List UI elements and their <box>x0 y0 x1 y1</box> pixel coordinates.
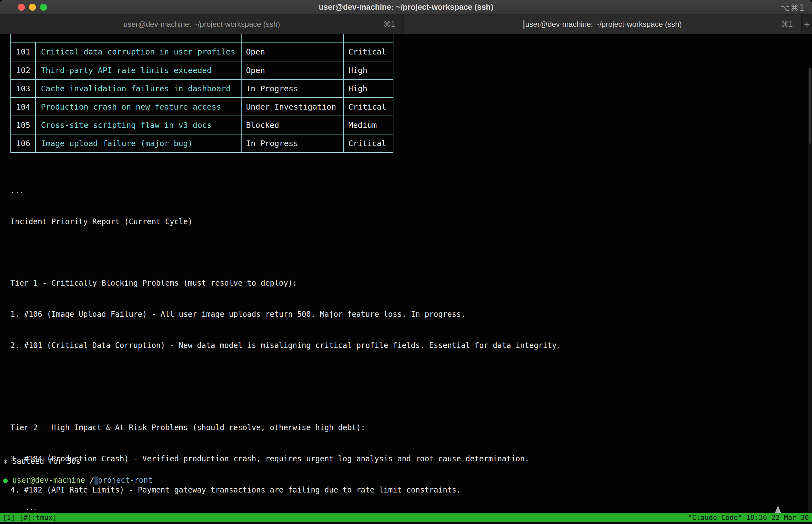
prompt-separator: / <box>85 476 94 485</box>
table-row: 106 Image upload failure (major bug) In … <box>11 134 393 152</box>
window-shortcut-hint: ⌥⌘1 <box>780 3 805 13</box>
shell-prompt: ● user@dev-machine /project-ront <box>3 475 152 486</box>
cell-id: 106 <box>11 134 35 152</box>
connection-dot-icon: ● <box>3 476 7 485</box>
report-line: 3. #104 (Production Crash) - Verified pr… <box>11 454 661 464</box>
tab-right-title: user@dev-machine: ~/project-workspace (s… <box>525 20 682 29</box>
cell-title: Image upload failure (major bug) <box>35 134 241 152</box>
window-title: user@dev-machine: ~/project-workspace (s… <box>0 2 812 12</box>
table-row: 104 Production crash on new feature acce… <box>11 97 393 116</box>
table-stub-line <box>35 34 35 42</box>
tab-left-badge: ⌘1 <box>383 20 395 28</box>
cell-title: Production crash on new feature access <box>35 98 241 116</box>
cell-status: In Progress <box>241 80 343 97</box>
log-ellipsis: ... <box>14 503 780 512</box>
report-line: Tier 1 - Critically Blocking Problems (m… <box>11 278 661 289</box>
report-line: 1. #106 (Image Upload Failure) - All use… <box>11 309 661 320</box>
cell-status: Open <box>241 43 343 61</box>
table-row: 102 Third-party API rate limits exceeded… <box>11 61 393 79</box>
cell-status: In Progress <box>241 134 343 152</box>
cell-title: Cross-site scripting flaw in v3 docs <box>35 116 241 134</box>
report-section-tier1: Tier 1 - Critically Blocking Problems (m… <box>11 257 661 372</box>
table-row: 103 Cache invalidation failures in dashb… <box>11 79 393 97</box>
table-row: 105 Cross-site scripting flaw in v3 docs… <box>11 116 393 134</box>
cell-id: 102 <box>11 61 35 79</box>
cell-priority: Critical <box>343 98 392 116</box>
report-line: Tier 2 - High Impact & At-Risk Problems … <box>11 423 661 433</box>
cell-priority: High <box>343 80 392 97</box>
terminal-window: user@dev-machine: ~/project-workspace (s… <box>0 0 812 524</box>
prompt-user: user@dev-machine <box>7 476 85 485</box>
title-bar: user@dev-machine: ~/project-workspace (s… <box>0 0 812 15</box>
tab-right-badge: ⌘1 <box>781 20 793 28</box>
cell-id: 103 <box>11 80 35 97</box>
incident-report: ... Incident Priority Report (Current Cy… <box>11 165 661 524</box>
cell-title: Critical data corruption in user profile… <box>35 43 241 61</box>
cell-priority: High <box>343 61 392 79</box>
cell-id: 104 <box>11 98 35 116</box>
cell-priority: Critical <box>343 134 392 152</box>
tmux-session-info: [1] [#):tmux] <box>0 513 57 522</box>
cell-title: Cache invalidation failures in dashboard <box>35 80 241 97</box>
table-stub-line <box>393 34 393 42</box>
table-stub-line <box>11 34 11 42</box>
new-tab-button[interactable]: + <box>802 15 812 34</box>
tab-bar: user@dev-machine: ~/project-workspace (s… <box>0 15 812 34</box>
prompt-cursor <box>95 476 98 485</box>
cell-title: Third-party API rate limits exceeded <box>35 61 241 79</box>
tab-left-title: user@dev-machine: ~/project-workspace (s… <box>124 20 280 29</box>
report-ellipsis: ... <box>11 185 661 196</box>
table-row: 101 Critical data corruption in user pro… <box>11 43 393 61</box>
scrollbar[interactable] <box>808 68 812 524</box>
cell-id: 101 <box>11 43 35 61</box>
cell-status: Open <box>241 61 343 79</box>
cell-status: Blocked <box>241 116 343 134</box>
incident-table: 101 Critical data corruption in user pro… <box>11 42 393 153</box>
spinner-status: ✳ Sautéed for 50s <box>3 456 81 467</box>
spinner-icon: ✳ <box>3 457 7 466</box>
table-stub-line <box>343 34 344 42</box>
prompt-path: project-ront <box>98 476 152 485</box>
cell-priority: Medium <box>343 116 392 134</box>
cell-status: Under Investigation <box>241 98 343 116</box>
report-title: Incident Priority Report (Current Cycle) <box>11 217 661 227</box>
table-stub-line <box>241 34 242 42</box>
window-bottom-edge <box>0 522 812 524</box>
cell-id: 105 <box>11 116 35 134</box>
spinner-label: Sautéed for 50s <box>7 457 80 466</box>
scrollbar-thumb[interactable] <box>809 68 811 144</box>
cell-priority: Critical <box>343 43 392 61</box>
terminal-content: 101 Critical data corruption in user pro… <box>0 34 812 513</box>
report-line: 2. #101 (Critical Data Corruption) - New… <box>11 340 661 351</box>
tmux-clock-info: "Claude Code" 19:36 22-Mar-30 <box>688 513 812 522</box>
tmux-status-bar: [1] [#):tmux] "Claude Code" 19:36 22-Mar… <box>0 513 812 522</box>
tab-left-pane[interactable]: user@dev-machine: ~/project-workspace (s… <box>0 15 404 34</box>
ibeam-cursor-icon <box>523 20 524 29</box>
tab-right-pane[interactable]: user@dev-machine: ~/project-workspace (s… <box>404 15 802 34</box>
